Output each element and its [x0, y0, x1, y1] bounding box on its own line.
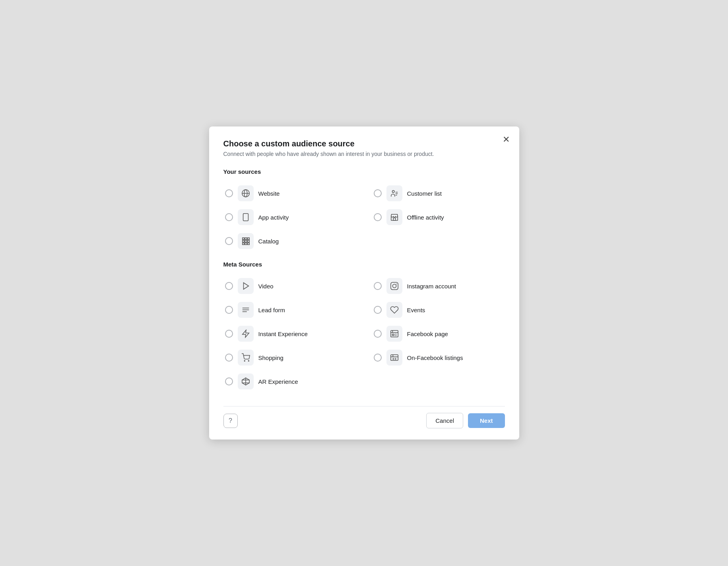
option-catalog[interactable]: Catalog [223, 229, 356, 253]
option-website[interactable]: Website [223, 181, 356, 205]
radio-ar-experience[interactable] [225, 377, 233, 385]
shopping-label: Shopping [258, 354, 283, 361]
svg-rect-15 [247, 240, 249, 242]
svg-rect-10 [242, 238, 244, 240]
footer-actions: Cancel Next [426, 413, 505, 428]
svg-rect-20 [390, 282, 398, 290]
svg-rect-11 [245, 238, 247, 240]
app-activity-icon-box [238, 209, 254, 225]
lead-form-icon-box [238, 302, 254, 318]
meta-sources-grid: Video Instagram account [223, 274, 505, 393]
svg-rect-13 [242, 240, 244, 242]
offline-activity-icon-box [386, 209, 402, 225]
radio-instant-experience[interactable] [225, 330, 233, 338]
option-facebook-page[interactable]: Facebook page [372, 322, 505, 346]
option-ar-experience[interactable]: AR Experience [223, 370, 356, 393]
store-icon [390, 213, 399, 222]
catalog-label: Catalog [258, 238, 279, 245]
option-events[interactable]: Events [372, 298, 505, 322]
next-button[interactable]: Next [468, 413, 505, 428]
instant-experience-icon-box [238, 326, 254, 342]
dialog-subtitle: Connect with people who have already sho… [223, 151, 505, 157]
svg-marker-19 [243, 283, 248, 290]
meta-sources-title: Meta Sources [223, 261, 505, 268]
ar-experience-label: AR Experience [258, 378, 298, 385]
svg-rect-27 [390, 331, 398, 337]
svg-rect-14 [245, 240, 247, 242]
your-sources-title: Your sources [223, 168, 505, 175]
svg-rect-35 [390, 355, 398, 361]
radio-customer-list[interactable] [374, 189, 382, 197]
play-icon [241, 282, 250, 290]
website-icon-box [238, 185, 254, 201]
radio-shopping[interactable] [225, 354, 233, 362]
instant-experience-label: Instant Experience [258, 331, 308, 337]
catalog-icon [241, 237, 250, 245]
ar-icon-box [238, 373, 254, 389]
option-shopping[interactable]: Shopping [223, 346, 356, 370]
on-facebook-listings-label: On-Facebook listings [407, 354, 463, 361]
svg-rect-30 [392, 334, 394, 336]
shopping-icon-box [238, 350, 254, 366]
events-icon-box [386, 302, 402, 318]
svg-rect-17 [245, 243, 247, 245]
lead-form-icon [241, 305, 250, 314]
radio-video[interactable] [225, 282, 233, 290]
radio-facebook-page[interactable] [374, 330, 382, 338]
facebook-page-label: Facebook page [407, 331, 448, 337]
svg-point-22 [396, 284, 397, 284]
svg-rect-9 [393, 218, 396, 220]
catalog-icon-box [238, 233, 254, 249]
video-icon-box [238, 278, 254, 294]
svg-point-34 [248, 360, 249, 361]
option-app-activity[interactable]: App activity [223, 205, 356, 229]
cancel-button[interactable]: Cancel [426, 413, 463, 428]
shopping-cart-icon [241, 353, 250, 362]
radio-instagram[interactable] [374, 282, 382, 290]
instagram-label: Instagram account [407, 283, 456, 290]
website-label: Website [258, 190, 280, 197]
offline-activity-label: Offline activity [407, 214, 444, 221]
facebook-page-icon-box [386, 326, 402, 342]
help-button[interactable]: ? [223, 414, 238, 428]
listings-icon [390, 353, 399, 362]
svg-point-3 [392, 191, 394, 193]
radio-lead-form[interactable] [225, 306, 233, 314]
svg-point-33 [244, 360, 245, 361]
customer-list-label: Customer list [407, 190, 442, 197]
radio-website[interactable] [225, 189, 233, 197]
radio-events[interactable] [374, 306, 382, 314]
events-label: Events [407, 307, 425, 313]
instagram-icon-box [386, 278, 402, 294]
close-button[interactable]: ✕ [503, 135, 510, 144]
radio-on-facebook-listings[interactable] [374, 354, 382, 362]
ar-icon [241, 377, 250, 386]
svg-marker-26 [242, 330, 249, 337]
globe-icon [241, 189, 250, 198]
svg-point-21 [392, 284, 396, 288]
option-instagram[interactable]: Instagram account [372, 274, 505, 298]
radio-catalog[interactable] [225, 237, 233, 245]
listings-icon-box [386, 350, 402, 366]
facebook-page-icon [390, 329, 399, 338]
customer-list-icon [390, 189, 399, 198]
option-customer-list[interactable]: Customer list [372, 181, 505, 205]
svg-rect-18 [247, 243, 249, 245]
help-icon: ? [229, 417, 232, 424]
option-on-facebook-listings[interactable]: On-Facebook listings [372, 346, 505, 370]
option-lead-form[interactable]: Lead form [223, 298, 356, 322]
app-activity-label: App activity [258, 214, 289, 221]
your-sources-grid: Website Customer list [223, 181, 505, 253]
option-offline-activity[interactable]: Offline activity [372, 205, 505, 229]
option-instant-experience[interactable]: Instant Experience [223, 322, 356, 346]
phone-icon [241, 213, 250, 222]
bolt-icon [241, 329, 250, 338]
customer-list-icon-box [386, 185, 402, 201]
radio-offline-activity[interactable] [374, 213, 382, 221]
lead-form-label: Lead form [258, 307, 285, 313]
dialog-title: Choose a custom audience source [223, 139, 505, 148]
option-video[interactable]: Video [223, 274, 356, 298]
instagram-icon [390, 282, 399, 290]
audience-source-dialog: Choose a custom audience source Connect … [209, 126, 519, 440]
radio-app-activity[interactable] [225, 213, 233, 221]
